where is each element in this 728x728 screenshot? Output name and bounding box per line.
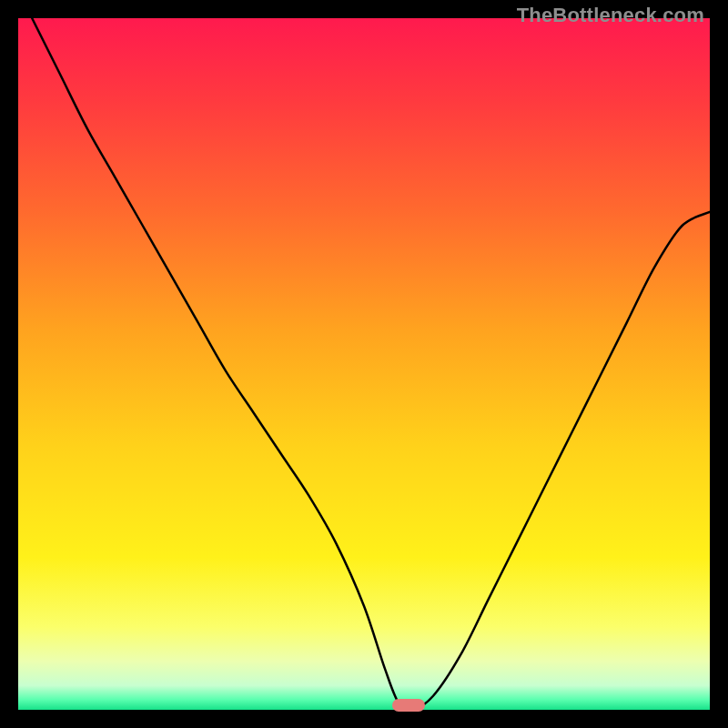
watermark-text: TheBottleneck.com bbox=[517, 4, 704, 27]
optimal-marker bbox=[392, 699, 425, 712]
chart-frame bbox=[18, 18, 710, 710]
bottleneck-plot bbox=[18, 18, 710, 710]
